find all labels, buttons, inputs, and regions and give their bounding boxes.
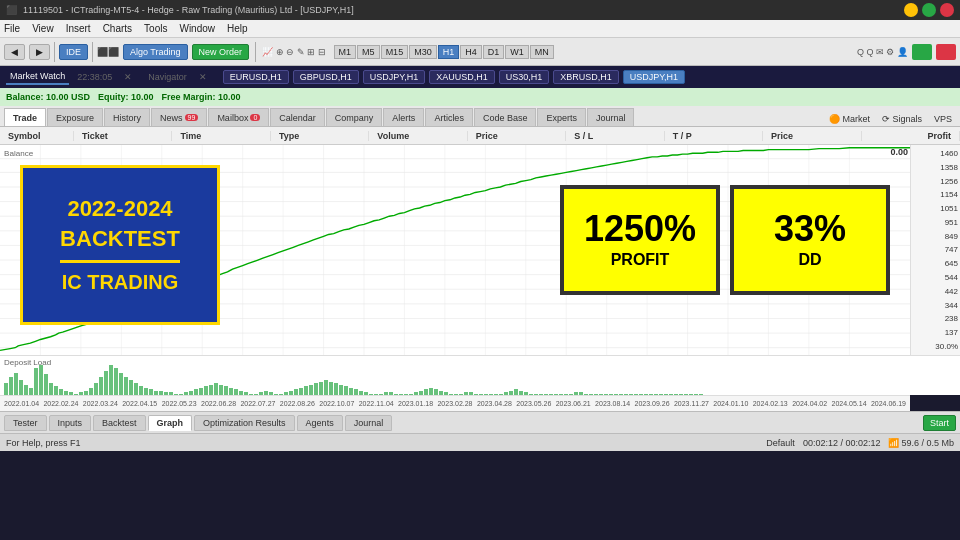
- tf-m1[interactable]: M1: [334, 45, 357, 59]
- close-navigator[interactable]: ✕: [199, 72, 207, 82]
- tf-m15[interactable]: M15: [381, 45, 409, 59]
- minimize-button[interactable]: [904, 3, 918, 17]
- deposit-bar: [84, 391, 88, 396]
- tab-news[interactable]: News 99: [151, 108, 207, 126]
- deposit-bar: [324, 380, 328, 395]
- deposit-bar: [364, 392, 368, 395]
- menu-insert[interactable]: Insert: [66, 23, 91, 34]
- backtest-years: 2022-2024: [67, 196, 172, 222]
- vps-btn[interactable]: VPS: [930, 112, 956, 126]
- symbol-gbpusd[interactable]: GBPUSD,H1: [293, 70, 359, 84]
- deposit-bar: [129, 380, 133, 395]
- menu-tools[interactable]: Tools: [144, 23, 167, 34]
- deposit-bar: [29, 388, 33, 396]
- deposit-bar: [24, 385, 28, 396]
- algo-trading-button[interactable]: Algo Trading: [123, 44, 188, 60]
- x-label-7: 2022.08.26: [280, 400, 315, 407]
- deposit-bar: [684, 394, 688, 396]
- menu-bar: File View Insert Charts Tools Window Hel…: [0, 20, 960, 38]
- tf-mn[interactable]: MN: [530, 45, 554, 59]
- menu-window[interactable]: Window: [179, 23, 215, 34]
- deposit-bar: [554, 394, 558, 396]
- deposit-bar: [549, 394, 553, 396]
- time-display: 00:02:12 / 00:02:12: [803, 438, 881, 448]
- deposit-bar: [469, 392, 473, 395]
- btab-inputs[interactable]: Inputs: [49, 415, 92, 431]
- deposit-bar: [219, 385, 223, 396]
- btab-optimization[interactable]: Optimization Results: [194, 415, 295, 431]
- deposit-bar: [189, 391, 193, 396]
- y-axis: 1460 1358 1256 1154 1051 951 849 747 645…: [910, 145, 960, 355]
- close-market-watch[interactable]: ✕: [124, 72, 132, 82]
- navigator-tab[interactable]: Navigator: [148, 72, 187, 82]
- menu-file[interactable]: File: [4, 23, 20, 34]
- deposit-bar: [639, 394, 643, 396]
- tab-trade[interactable]: Trade: [4, 108, 46, 126]
- dd-box: 33% DD: [730, 185, 890, 295]
- deposit-bar: [19, 380, 23, 395]
- dd-stat-label: DD: [798, 251, 821, 269]
- deposit-bar: [564, 394, 568, 396]
- tf-m5[interactable]: M5: [357, 45, 380, 59]
- signals-btn[interactable]: ⟳ Signals: [878, 112, 926, 126]
- btab-journal[interactable]: Journal: [345, 415, 393, 431]
- tf-w1[interactable]: W1: [505, 45, 529, 59]
- tab-articles[interactable]: Articles: [425, 108, 473, 126]
- backtest-label: BACKTEST: [60, 226, 180, 252]
- menu-charts[interactable]: Charts: [103, 23, 132, 34]
- btab-graph[interactable]: Graph: [148, 415, 193, 431]
- tab-journal[interactable]: Journal: [587, 108, 635, 126]
- deposit-bar: [329, 382, 333, 396]
- tf-d1[interactable]: D1: [483, 45, 505, 59]
- tab-mailbox[interactable]: Mailbox 0: [208, 108, 269, 126]
- back-button[interactable]: ◀: [4, 44, 25, 60]
- ide-button[interactable]: IDE: [59, 44, 88, 60]
- tf-h1[interactable]: H1: [438, 45, 460, 59]
- new-order-button[interactable]: New Order: [192, 44, 250, 60]
- deposit-bar: [94, 383, 98, 395]
- deposit-bar: [444, 392, 448, 395]
- deposit-bar: [244, 392, 248, 395]
- profit-stat-value: 1250%: [584, 211, 696, 247]
- forward-button[interactable]: ▶: [29, 44, 50, 60]
- tab-history[interactable]: History: [104, 108, 150, 126]
- menu-help[interactable]: Help: [227, 23, 248, 34]
- tf-h4[interactable]: H4: [460, 45, 482, 59]
- y-label-12: 238: [913, 314, 958, 323]
- btab-agents[interactable]: Agents: [297, 415, 343, 431]
- tab-company[interactable]: Company: [326, 108, 383, 126]
- start-button[interactable]: Start: [923, 415, 956, 431]
- deposit-bar: [379, 394, 383, 396]
- deposit-bar: [619, 394, 623, 396]
- symbol-xbrusd[interactable]: XBRUSD,H1: [553, 70, 619, 84]
- deposit-bar: [259, 392, 263, 395]
- btab-backtest[interactable]: Backtest: [93, 415, 146, 431]
- tab-exposure[interactable]: Exposure: [47, 108, 103, 126]
- tf-m30[interactable]: M30: [409, 45, 437, 59]
- symbol-usdjpy[interactable]: USDJPY,H1: [363, 70, 425, 84]
- free-margin-value: Free Margin: 10.00: [162, 92, 241, 102]
- menu-view[interactable]: View: [32, 23, 54, 34]
- x-axis: 2022.01.04 2022.02.24 2022.03.24 2022.04…: [0, 395, 910, 411]
- symbol-eurusd[interactable]: EURUSD,H1: [223, 70, 289, 84]
- tab-codebase[interactable]: Code Base: [474, 108, 537, 126]
- deposit-bar: [9, 377, 13, 395]
- market-watch-tab[interactable]: Market Watch: [6, 69, 69, 85]
- deposit-load-area: Deposit Load: [0, 355, 960, 395]
- market-btn[interactable]: 🟠 Market: [825, 112, 874, 126]
- y-label-9: 544: [913, 273, 958, 282]
- symbol-us30[interactable]: US30,H1: [499, 70, 550, 84]
- symbol-xauusd[interactable]: XAUUSD,H1: [429, 70, 495, 84]
- symbol-usdjpy2[interactable]: USDJPY,H1: [623, 70, 685, 84]
- deposit-bar: [199, 388, 203, 396]
- deposit-bar: [489, 394, 493, 396]
- tab-experts[interactable]: Experts: [537, 108, 586, 126]
- deposit-bar: [679, 394, 683, 396]
- tab-calendar[interactable]: Calendar: [270, 108, 325, 126]
- close-button[interactable]: [940, 3, 954, 17]
- deposit-bar: [644, 394, 648, 396]
- maximize-button[interactable]: [922, 3, 936, 17]
- tab-alerts[interactable]: Alerts: [383, 108, 424, 126]
- deposit-bar: [309, 385, 313, 396]
- btab-tester[interactable]: Tester: [4, 415, 47, 431]
